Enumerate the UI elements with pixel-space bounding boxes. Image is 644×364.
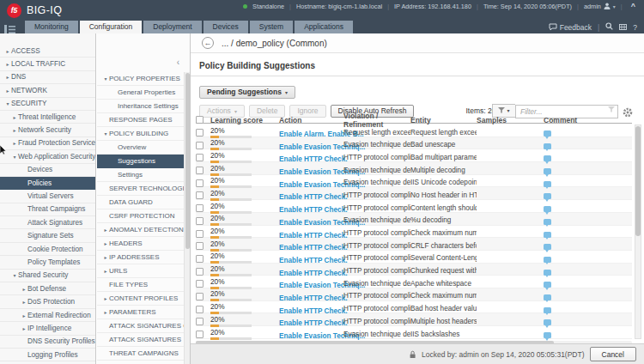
policy-nav-scrollbar[interactable] bbox=[184, 72, 190, 364]
collapse-panel-icon[interactable]: ‹ bbox=[177, 58, 179, 67]
sidebar-item-ip-intelligence[interactable]: ▸IP Intelligence bbox=[0, 322, 95, 335]
row-checkbox[interactable] bbox=[196, 293, 204, 300]
table-row[interactable]: 20%Enable Evasion Techniq...Evasion tech… bbox=[196, 137, 632, 150]
policy-nav-item-server-technologies[interactable]: SERVER TECHNOLOGIES bbox=[97, 182, 184, 196]
sidebar-item-threat-campaigns[interactable]: Threat Campaigns bbox=[0, 203, 95, 216]
sidebar-item-web-application-security[interactable]: ▾Web Application Security bbox=[0, 150, 95, 163]
comment-icon[interactable] bbox=[544, 206, 551, 212]
policy-nav-item-response-pages[interactable]: RESPONSE PAGES bbox=[97, 113, 184, 127]
policy-nav-item-threat-campaigns[interactable]: THREAT CAMPAIGNS bbox=[97, 347, 184, 361]
comment-icon[interactable] bbox=[544, 307, 551, 313]
policy-nav-item-attack-signatures[interactable]: ATTACK SIGNATURES bbox=[97, 333, 184, 347]
row-checkbox[interactable] bbox=[196, 331, 204, 338]
sidebar-item-devices[interactable]: Devices bbox=[0, 164, 95, 177]
comment-icon[interactable] bbox=[544, 257, 551, 263]
comment-icon[interactable] bbox=[544, 168, 551, 174]
table-row[interactable]: 20%Enable HTTP Check.HTTP protocol compl… bbox=[196, 288, 632, 301]
user-menu[interactable]: admin ▾ bbox=[584, 3, 616, 10]
table-row[interactable]: 20%Enable HTTP Check.HTTP protocol compl… bbox=[196, 200, 632, 213]
comment-icon[interactable] bbox=[544, 294, 551, 300]
table-vertical-scrollbar[interactable] bbox=[635, 124, 641, 339]
row-checkbox[interactable] bbox=[196, 268, 204, 276]
sidebar-item-external-redirection[interactable]: ▸External Redirection bbox=[0, 309, 95, 322]
table-row[interactable]: 20%Enable Alarm. Enable B...Request leng… bbox=[196, 124, 632, 137]
feedback-button[interactable]: Feedback bbox=[549, 23, 592, 32]
policy-nav-item-data-guard[interactable]: DATA GUARD bbox=[97, 196, 184, 209]
row-checkbox[interactable] bbox=[196, 306, 204, 313]
sidebar-item-cookie-protection[interactable]: Cookie Protection bbox=[0, 243, 95, 256]
sidebar-item-local-traffic[interactable]: ▸LOCAL TRAFFIC bbox=[0, 58, 95, 70]
sidebar-item-dns[interactable]: ▸DNS bbox=[0, 71, 95, 84]
sidebar-item-access[interactable]: ▸ACCESS bbox=[0, 45, 95, 58]
row-checkbox[interactable] bbox=[196, 191, 204, 199]
column-header-action[interactable]: Action bbox=[279, 116, 343, 124]
row-checkbox[interactable] bbox=[196, 217, 204, 225]
sidebar-item-attack-signatures[interactable]: Attack Signatures bbox=[0, 216, 95, 229]
tab-deployment[interactable]: Deployment bbox=[143, 21, 201, 33]
sidebar-item-dns-security-profiles[interactable]: DNS Security Profiles bbox=[0, 336, 95, 349]
scrollbar-thumb[interactable] bbox=[635, 126, 641, 236]
tab-applications[interactable]: Applications bbox=[295, 21, 353, 33]
column-header-comment[interactable]: Comment bbox=[544, 116, 632, 124]
policy-nav-item-ip-addresses[interactable]: ▸IP ADDRESSES bbox=[97, 251, 184, 264]
column-header-learning-score[interactable]: Learning score bbox=[210, 116, 279, 124]
comment-icon[interactable] bbox=[544, 181, 551, 187]
table-row[interactable]: 20%Enable HTTP Check.HTTP protocol compl… bbox=[196, 313, 632, 326]
search-icon[interactable] bbox=[605, 22, 613, 32]
comment-icon[interactable] bbox=[544, 244, 551, 250]
table-row[interactable]: 20%Enable HTTP Check.HTTP protocol compl… bbox=[196, 187, 632, 200]
table-row[interactable]: 20%Enable Evasion Techniq...Evasion tech… bbox=[196, 175, 632, 188]
policy-nav-item-suggestions[interactable]: Suggestions bbox=[97, 155, 184, 168]
column-header-entity[interactable]: Entity bbox=[410, 116, 477, 124]
sidebar-item-logging-profiles[interactable]: Logging Profiles bbox=[0, 349, 95, 361]
comment-icon[interactable] bbox=[544, 193, 551, 199]
policy-nav-item-policy-building[interactable]: ▾POLICY BUILDING bbox=[97, 127, 184, 141]
row-checkbox[interactable] bbox=[196, 142, 204, 149]
row-checkbox[interactable] bbox=[196, 179, 204, 187]
policy-nav-item-overview[interactable]: Overview bbox=[97, 141, 184, 155]
sidebar-item-dos-protection[interactable]: ▸DoS Protection bbox=[0, 295, 95, 308]
policy-nav-item-anomaly-detection[interactable]: ▸ANOMALY DETECTION bbox=[97, 223, 184, 237]
policy-nav-item-inheritance-settings[interactable]: Inheritance Settings bbox=[97, 100, 184, 113]
sidebar-item-policies[interactable]: Policies bbox=[0, 177, 95, 190]
policy-nav-item-policy-properties[interactable]: ▾POLICY PROPERTIES bbox=[97, 72, 184, 86]
comment-icon[interactable] bbox=[544, 232, 551, 238]
comment-icon[interactable] bbox=[544, 219, 551, 225]
table-row[interactable]: 20%Enable Evasion Techniq...Evasion tech… bbox=[196, 162, 632, 175]
sidebar-item-shared-security[interactable]: ▾Shared Security bbox=[0, 270, 95, 282]
sidebar-item-network-security[interactable]: ▸Network Security bbox=[0, 124, 95, 136]
table-row[interactable]: 20%Enable Evasion Techniq...Evasion tech… bbox=[196, 276, 632, 288]
policy-nav-item-urls[interactable]: ▸URLS bbox=[97, 264, 184, 278]
row-checkbox[interactable] bbox=[196, 154, 204, 161]
table-row[interactable]: 20%Enable HTTP Check.HTTP protocol compl… bbox=[196, 251, 632, 264]
apps-grid-icon[interactable] bbox=[619, 23, 627, 32]
back-button[interactable]: ← bbox=[202, 37, 214, 49]
table-row[interactable]: 20%Enable HTTP Check.HTTP protocol compl… bbox=[196, 264, 632, 276]
sidebar-item-virtual-servers[interactable]: Virtual Servers bbox=[0, 190, 95, 203]
policy-nav-item-parameters[interactable]: ▸PARAMETERS bbox=[97, 306, 184, 319]
policy-nav-item-csrf-protection[interactable]: CSRF PROTECTION bbox=[97, 209, 184, 223]
policy-nav-item-content-profiles[interactable]: ▸CONTENT PROFILES bbox=[97, 292, 184, 306]
table-row[interactable]: 20%Enable HTTP Check.HTTP protocol compl… bbox=[196, 301, 632, 314]
row-checkbox[interactable] bbox=[196, 167, 204, 174]
row-checkbox[interactable] bbox=[196, 242, 204, 250]
sidebar-item-signature-sets[interactable]: Signature Sets bbox=[0, 229, 95, 242]
table-row[interactable]: 20%Enable HTTP Check.HTTP protocol compl… bbox=[196, 226, 632, 239]
tab-configuration[interactable]: Configuration bbox=[80, 21, 143, 33]
comment-icon[interactable] bbox=[544, 282, 551, 288]
row-checkbox[interactable] bbox=[196, 255, 204, 263]
row-checkbox[interactable] bbox=[196, 280, 204, 288]
select-all-checkbox[interactable] bbox=[196, 116, 204, 124]
comment-icon[interactable] bbox=[544, 270, 551, 276]
tab-system[interactable]: System bbox=[250, 21, 293, 33]
table-row[interactable]: 20%Enable Evasion Techniq...Evasion tech… bbox=[196, 326, 632, 339]
comment-icon[interactable] bbox=[544, 155, 551, 161]
sidebar-item-fraud-protection-services[interactable]: ▸Fraud Protection Services bbox=[0, 137, 95, 150]
comment-icon[interactable] bbox=[544, 143, 551, 149]
pending-suggestions-dropdown[interactable]: Pending Suggestions ▾ bbox=[199, 86, 295, 99]
sidebar-item-threat-intelligence[interactable]: ▸Threat Intelligence bbox=[0, 111, 95, 124]
sidebar-item-bot-defense[interactable]: ▸Bot Defense bbox=[0, 282, 95, 295]
tab-monitoring[interactable]: Monitoring bbox=[25, 21, 78, 33]
policy-nav-item-settings[interactable]: Settings bbox=[97, 168, 184, 182]
row-checkbox[interactable] bbox=[196, 129, 204, 136]
